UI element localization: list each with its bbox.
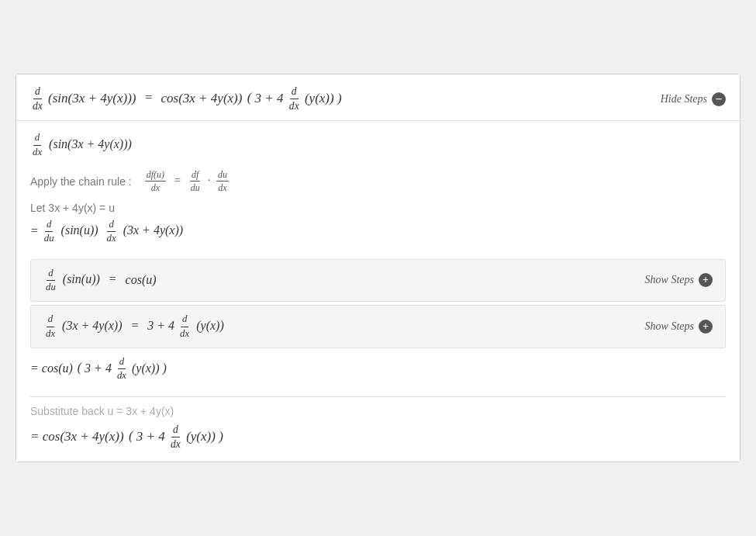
final-formula: = cos(3x + 4y(x)) ( 3 + 4 ddx (y(x)) ) [30,424,726,451]
header-formula: ddx (sin(3x + 4y(x))) = cos(3x + 4y(x)) … [30,85,342,113]
show-steps-button-1[interactable]: Show Steps + [645,273,713,287]
linear-formula: ddx (3x + 4y(x)) = 3 + 4 ddx (y(x)) [43,313,224,340]
divider [30,396,726,397]
plus-icon-1: + [699,273,713,287]
equals-step-line: = ddu (sin(u)) ddx (3x + 4y(x)) [30,219,726,245]
show-steps-label-1: Show Steps [645,274,694,286]
main-container: ddx (sin(3x + 4y(x))) = cos(3x + 4y(x)) … [16,74,740,462]
show-steps-button-2[interactable]: Show Steps + [645,320,713,334]
let-row: Let 3x + 4y(x) = u [30,202,726,214]
hide-steps-button[interactable]: Hide Steps − [661,92,726,106]
chain-rule-label: Apply the chain rule : [30,175,132,188]
plus-icon-2: + [699,320,713,334]
sub-box-sin: ddu (sin(u)) = cos(u) Show Steps + [30,259,726,303]
minus-icon: − [712,92,726,106]
sub-box-linear: ddx (3x + 4y(x)) = 3 + 4 ddx (y(x)) Show… [30,305,726,348]
substitute-label: Substitute back u = 3x + 4y(x) [30,405,726,417]
sin-formula: ddu (sin(u)) = cos(u) [43,268,157,294]
result-line: = cos(u) ( 3 + 4 ddx (y(x)) ) [30,356,726,382]
show-steps-label-2: Show Steps [645,320,694,333]
chain-rule-formula: df(u)dx = dfdu · dudx [144,169,230,194]
hide-steps-label: Hide Steps [661,93,707,105]
let-label: Let 3x + 4y(x) = u [30,202,115,214]
substitute-text: Substitute back u = 3x + 4y(x) [30,405,174,417]
chain-rule-row: Apply the chain rule : df(u)dx = dfdu · … [30,169,726,194]
header-row: ddx (sin(3x + 4y(x))) = cos(3x + 4y(x)) … [16,74,740,122]
steps-body: ddx (sin(3x + 4y(x))) Apply the chain ru… [16,121,740,462]
step-top-formula: ddx (sin(3x + 4y(x))) [30,132,726,158]
